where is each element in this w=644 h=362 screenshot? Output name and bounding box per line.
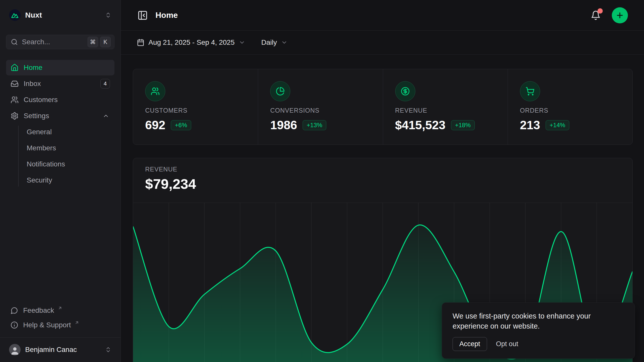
sidebar-item-label: Feedback	[23, 306, 54, 314]
cart-icon	[520, 81, 540, 101]
sidebar-item-customers[interactable]: Customers	[6, 92, 114, 108]
revenue-chart-total: $79,234	[145, 176, 620, 192]
kbd-k: K	[100, 37, 111, 47]
user-name: Benjamin Canac	[25, 346, 100, 354]
calendar-icon	[137, 39, 144, 46]
stat-value: $415,523	[395, 118, 446, 132]
sidebar: Nuxt Search... ⌘ K Home	[0, 0, 121, 362]
inbox-count-badge: 4	[100, 79, 110, 88]
sidebar-item-members[interactable]: Members	[27, 140, 114, 156]
stat-delta-badge: +13%	[303, 120, 326, 130]
sidebar-item-label: Home	[24, 64, 110, 72]
sidebar-item-security[interactable]: Security	[27, 172, 114, 188]
stat-delta-badge: +18%	[451, 120, 475, 130]
notification-dot	[597, 8, 603, 14]
panel-left-close-icon	[137, 10, 148, 21]
users-icon	[145, 81, 165, 101]
inbox-icon	[11, 80, 19, 88]
cookie-banner: We use first-party cookies to enhance yo…	[442, 302, 635, 359]
chevron-down-icon	[281, 39, 288, 46]
users-icon	[11, 96, 19, 104]
chevrons-up-down-icon	[105, 12, 111, 18]
stat-value: 213	[520, 118, 540, 132]
stat-label: ORDERS	[520, 107, 620, 114]
workspace-switcher[interactable]: Nuxt	[6, 7, 114, 23]
info-circle-icon	[11, 321, 18, 329]
revenue-chart-label: REVENUE	[145, 166, 620, 173]
date-range-value: Aug 21, 2025 - Sep 4, 2025	[148, 38, 235, 47]
sidebar-item-home[interactable]: Home	[6, 60, 114, 75]
filters-toolbar: Aug 21, 2025 - Sep 4, 2025 Daily	[121, 31, 644, 55]
stats-row: CUSTOMERS 692 +6% CONVERSIONS 1986 +13%	[133, 69, 633, 145]
stat-card-revenue[interactable]: REVENUE $415,523 +18%	[383, 69, 508, 145]
stat-value: 1986	[270, 118, 297, 132]
sidebar-item-general[interactable]: General	[27, 124, 114, 140]
collapse-sidebar-button[interactable]	[136, 9, 149, 22]
sidebar-item-help-support[interactable]: Help & Support	[6, 318, 114, 332]
granularity-value: Daily	[261, 38, 277, 47]
dollar-circle-icon	[395, 81, 415, 101]
search-input[interactable]: Search... ⌘ K	[6, 35, 114, 49]
external-link-icon	[58, 306, 62, 310]
cookie-message: We use first-party cookies to enhance yo…	[453, 311, 624, 331]
stat-delta-badge: +14%	[546, 120, 569, 130]
plus-icon	[616, 11, 624, 20]
opt-out-button[interactable]: Opt out	[495, 337, 520, 351]
sidebar-item-notifications[interactable]: Notifications	[27, 156, 114, 172]
search-placeholder: Search...	[22, 38, 84, 46]
sidebar-item-inbox[interactable]: Inbox 4	[6, 76, 114, 92]
stat-card-conversions[interactable]: CONVERSIONS 1986 +13%	[258, 69, 383, 145]
avatar	[9, 344, 21, 355]
settings-sub-list: General Members Notifications Security	[6, 124, 114, 188]
notifications-button[interactable]	[590, 9, 602, 21]
stat-value: 692	[145, 118, 165, 132]
workspace-name: Nuxt	[25, 11, 100, 19]
stat-label: CUSTOMERS	[145, 107, 246, 114]
page-header: Home	[121, 0, 644, 31]
sidebar-item-feedback[interactable]: Feedback	[6, 303, 114, 318]
user-menu[interactable]: Benjamin Canac	[6, 342, 114, 358]
sidebar-item-label: Inbox	[24, 80, 95, 88]
stat-label: REVENUE	[395, 107, 496, 114]
chevron-up-icon	[102, 113, 110, 119]
granularity-select[interactable]: Daily	[261, 38, 288, 47]
pie-chart-icon	[270, 81, 290, 101]
stat-card-orders[interactable]: ORDERS 213 +14%	[508, 69, 632, 145]
sidebar-item-label: Help & Support	[23, 321, 71, 329]
kbd-cmd: ⌘	[88, 37, 98, 47]
sidebar-spacer	[0, 189, 120, 303]
sidebar-item-label: Customers	[24, 96, 110, 104]
add-button[interactable]	[612, 7, 628, 23]
search-shortcut: ⌘ K	[88, 37, 111, 47]
gear-icon	[11, 112, 19, 120]
chevrons-up-down-icon	[105, 346, 111, 353]
stat-card-customers[interactable]: CUSTOMERS 692 +6%	[133, 69, 258, 145]
stat-delta-badge: +6%	[171, 120, 191, 130]
stat-label: CONVERSIONS	[270, 107, 371, 114]
accept-button[interactable]: Accept	[453, 337, 487, 351]
sidebar-item-settings[interactable]: Settings	[6, 108, 114, 124]
nuxt-logo-icon	[9, 9, 21, 21]
search-icon	[11, 38, 18, 46]
message-circle-icon	[11, 307, 18, 314]
chevron-down-icon	[239, 39, 245, 46]
external-link-icon	[74, 320, 79, 325]
page-title: Home	[155, 11, 178, 20]
sidebar-nav: Home Inbox 4 Customers Settings	[6, 60, 114, 188]
home-icon	[11, 64, 19, 72]
date-range-picker[interactable]: Aug 21, 2025 - Sep 4, 2025	[137, 38, 245, 47]
sidebar-item-label: Settings	[24, 112, 97, 120]
